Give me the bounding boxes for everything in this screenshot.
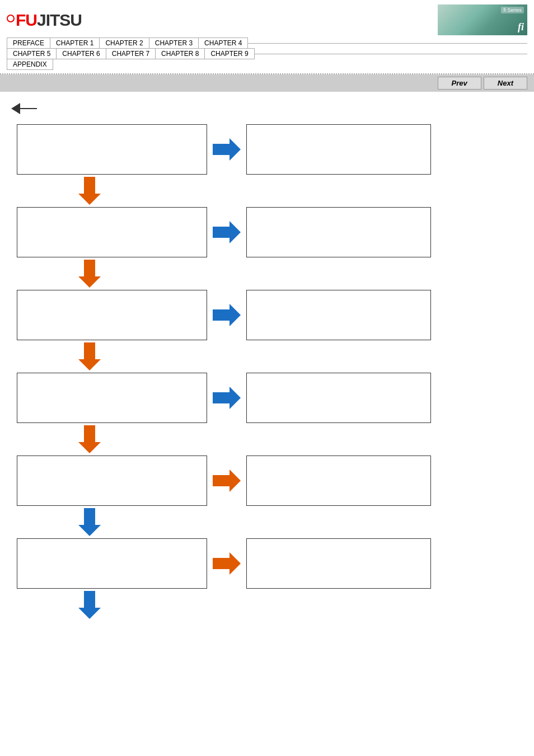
nav-row-1: PREFACE CHAPTER 1 CHAPTER 2 CHAPTER 3 CH… xyxy=(7,37,527,49)
flow-down-2 xyxy=(17,260,101,288)
nav-chapter2[interactable]: CHAPTER 2 xyxy=(99,37,149,49)
svg-marker-8 xyxy=(213,469,241,492)
flow-row-5 xyxy=(17,456,431,506)
flow-arrow-right-3 xyxy=(213,304,241,326)
nav-chapter8[interactable]: CHAPTER 8 xyxy=(155,48,205,59)
fi-series-badge: fi Series xyxy=(501,7,524,13)
flow-box-1-left xyxy=(17,124,207,175)
flow-diagram xyxy=(11,124,523,621)
nav-row-3: APPENDIX xyxy=(7,59,527,70)
svg-marker-1 xyxy=(78,177,101,205)
flow-arrow-right-2 xyxy=(213,221,241,243)
header: FU JITSU fi Series fi xyxy=(0,0,534,37)
flow-row-3 xyxy=(17,290,431,340)
nav-appendix[interactable]: APPENDIX xyxy=(7,59,53,70)
nav-bar: Prev Next xyxy=(0,74,534,92)
flow-box-5-left xyxy=(17,456,207,506)
flow-down-1 xyxy=(17,177,101,205)
svg-marker-3 xyxy=(78,260,101,288)
prev-button[interactable]: Prev xyxy=(438,77,481,90)
nav-row-2: CHAPTER 5 CHAPTER 6 CHAPTER 7 CHAPTER 8 … xyxy=(7,48,527,59)
flow-box-2-left xyxy=(17,207,207,257)
nav-chapter1[interactable]: CHAPTER 1 xyxy=(50,37,100,49)
logo-brand-text2: JITSU xyxy=(37,11,82,30)
flow-box-3-left xyxy=(17,290,207,340)
logo: FU JITSU xyxy=(7,11,82,30)
fi-logo-text: fi xyxy=(518,21,524,33)
back-arrow[interactable] xyxy=(11,103,523,114)
flow-row-1 xyxy=(17,124,431,175)
flow-box-6-right xyxy=(246,538,431,589)
logo-circle-icon xyxy=(7,15,15,22)
flow-row-6 xyxy=(17,538,431,589)
nav-chapter7[interactable]: CHAPTER 7 xyxy=(106,48,156,59)
flow-box-4-left xyxy=(17,373,207,423)
nav-chapter3[interactable]: CHAPTER 3 xyxy=(149,37,199,49)
svg-marker-11 xyxy=(78,591,101,619)
flow-box-5-right xyxy=(246,456,431,506)
flow-arrow-right-1 xyxy=(213,138,241,161)
back-arrow-line xyxy=(20,108,37,109)
flow-arrow-right-6 xyxy=(213,552,241,575)
svg-marker-10 xyxy=(213,552,241,575)
flow-down-3 xyxy=(17,342,101,370)
svg-marker-5 xyxy=(78,342,101,370)
nav-section: PREFACE CHAPTER 1 CHAPTER 2 CHAPTER 3 CH… xyxy=(0,37,534,70)
nav-chapter9[interactable]: CHAPTER 9 xyxy=(204,48,254,59)
flow-box-4-right xyxy=(246,373,431,423)
nav-chapter5[interactable]: CHAPTER 5 xyxy=(7,48,57,59)
next-button[interactable]: Next xyxy=(484,77,527,90)
svg-marker-2 xyxy=(213,221,241,243)
svg-marker-9 xyxy=(78,508,101,536)
svg-marker-7 xyxy=(78,425,101,453)
flow-arrow-right-4 xyxy=(213,387,241,409)
back-triangle-icon xyxy=(11,103,20,114)
flow-row-4 xyxy=(17,373,431,423)
flow-box-6-left xyxy=(17,538,207,589)
logo-brand-text: FU xyxy=(16,11,37,30)
nav-preface[interactable]: PREFACE xyxy=(7,37,50,49)
flow-row-2 xyxy=(17,207,431,257)
flow-box-3-right xyxy=(246,290,431,340)
nav-spacer-1 xyxy=(247,43,527,44)
nav-chapter6[interactable]: CHAPTER 6 xyxy=(56,48,106,59)
flow-box-2-right xyxy=(246,207,431,257)
svg-marker-4 xyxy=(213,304,241,326)
flow-down-4 xyxy=(17,425,101,453)
main-content xyxy=(0,92,534,632)
flow-down-6 xyxy=(17,591,101,619)
fi-series-logo: fi Series fi xyxy=(438,4,527,35)
svg-marker-0 xyxy=(213,138,241,161)
nav-chapter4[interactable]: CHAPTER 4 xyxy=(198,37,248,49)
flow-box-1-right xyxy=(246,124,431,175)
nav-spacer-2 xyxy=(254,54,527,54)
flow-down-5 xyxy=(17,508,101,536)
svg-marker-6 xyxy=(213,387,241,409)
flow-arrow-right-5 xyxy=(213,469,241,492)
